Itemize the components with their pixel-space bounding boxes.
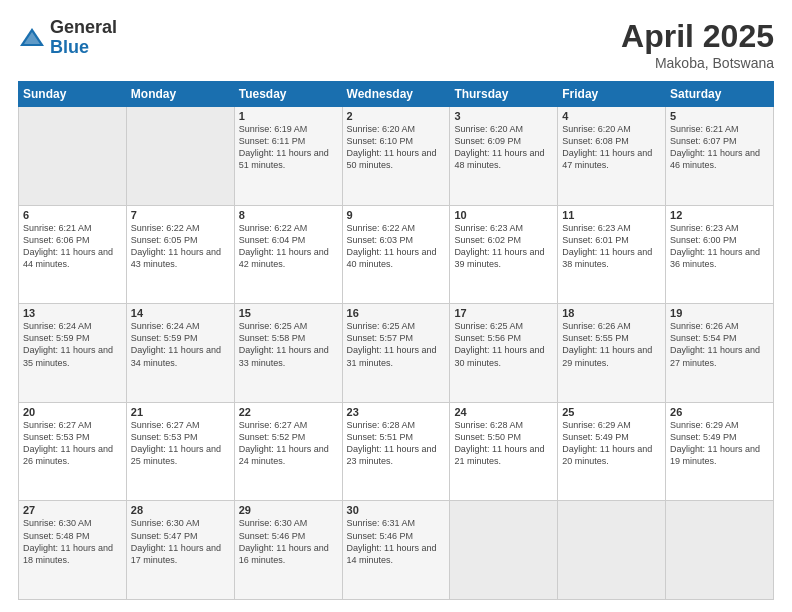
sunrise-label: Sunrise: 6:30 AM <box>23 518 92 528</box>
day-number: 24 <box>454 406 553 418</box>
sunset-label: Sunset: 6:07 PM <box>670 136 737 146</box>
table-row: 28 Sunrise: 6:30 AM Sunset: 5:47 PM Dayl… <box>126 501 234 600</box>
table-row: 14 Sunrise: 6:24 AM Sunset: 5:59 PM Dayl… <box>126 304 234 403</box>
daylight-label: Daylight: 11 hours and 14 minutes. <box>347 543 437 565</box>
sunset-label: Sunset: 5:49 PM <box>562 432 629 442</box>
sunset-label: Sunset: 5:51 PM <box>347 432 414 442</box>
sunset-label: Sunset: 5:47 PM <box>131 531 198 541</box>
table-row <box>558 501 666 600</box>
day-info: Sunrise: 6:29 AM Sunset: 5:49 PM Dayligh… <box>670 419 769 468</box>
sunset-label: Sunset: 6:04 PM <box>239 235 306 245</box>
day-info: Sunrise: 6:25 AM Sunset: 5:58 PM Dayligh… <box>239 320 338 369</box>
sunrise-label: Sunrise: 6:31 AM <box>347 518 416 528</box>
col-thursday: Thursday <box>450 82 558 107</box>
daylight-label: Daylight: 11 hours and 42 minutes. <box>239 247 329 269</box>
table-row: 25 Sunrise: 6:29 AM Sunset: 5:49 PM Dayl… <box>558 402 666 501</box>
day-number: 3 <box>454 110 553 122</box>
sunrise-label: Sunrise: 6:22 AM <box>239 223 308 233</box>
daylight-label: Daylight: 11 hours and 17 minutes. <box>131 543 221 565</box>
daylight-label: Daylight: 11 hours and 25 minutes. <box>131 444 221 466</box>
table-row: 29 Sunrise: 6:30 AM Sunset: 5:46 PM Dayl… <box>234 501 342 600</box>
sunset-label: Sunset: 6:03 PM <box>347 235 414 245</box>
calendar-header-row: Sunday Monday Tuesday Wednesday Thursday… <box>19 82 774 107</box>
daylight-label: Daylight: 11 hours and 39 minutes. <box>454 247 544 269</box>
sunset-label: Sunset: 6:06 PM <box>23 235 90 245</box>
table-row: 13 Sunrise: 6:24 AM Sunset: 5:59 PM Dayl… <box>19 304 127 403</box>
daylight-label: Daylight: 11 hours and 20 minutes. <box>562 444 652 466</box>
day-info: Sunrise: 6:21 AM Sunset: 6:07 PM Dayligh… <box>670 123 769 172</box>
table-row: 24 Sunrise: 6:28 AM Sunset: 5:50 PM Dayl… <box>450 402 558 501</box>
header: General Blue April 2025 Makoba, Botswana <box>18 18 774 71</box>
day-number: 4 <box>562 110 661 122</box>
sunset-label: Sunset: 6:01 PM <box>562 235 629 245</box>
day-info: Sunrise: 6:20 AM Sunset: 6:10 PM Dayligh… <box>347 123 446 172</box>
logo-text: General Blue <box>50 18 117 58</box>
daylight-label: Daylight: 11 hours and 27 minutes. <box>670 345 760 367</box>
daylight-label: Daylight: 11 hours and 44 minutes. <box>23 247 113 269</box>
month-title: April 2025 <box>621 18 774 55</box>
day-info: Sunrise: 6:28 AM Sunset: 5:50 PM Dayligh… <box>454 419 553 468</box>
table-row: 1 Sunrise: 6:19 AM Sunset: 6:11 PM Dayli… <box>234 107 342 206</box>
day-number: 29 <box>239 504 338 516</box>
table-row: 16 Sunrise: 6:25 AM Sunset: 5:57 PM Dayl… <box>342 304 450 403</box>
daylight-label: Daylight: 11 hours and 46 minutes. <box>670 148 760 170</box>
day-number: 5 <box>670 110 769 122</box>
sunset-label: Sunset: 5:49 PM <box>670 432 737 442</box>
page: General Blue April 2025 Makoba, Botswana… <box>0 0 792 612</box>
day-info: Sunrise: 6:21 AM Sunset: 6:06 PM Dayligh… <box>23 222 122 271</box>
daylight-label: Daylight: 11 hours and 31 minutes. <box>347 345 437 367</box>
sunset-label: Sunset: 6:02 PM <box>454 235 521 245</box>
day-number: 13 <box>23 307 122 319</box>
day-info: Sunrise: 6:23 AM Sunset: 6:02 PM Dayligh… <box>454 222 553 271</box>
day-number: 19 <box>670 307 769 319</box>
calendar-week-row: 1 Sunrise: 6:19 AM Sunset: 6:11 PM Dayli… <box>19 107 774 206</box>
col-monday: Monday <box>126 82 234 107</box>
day-info: Sunrise: 6:27 AM Sunset: 5:53 PM Dayligh… <box>131 419 230 468</box>
sunset-label: Sunset: 5:50 PM <box>454 432 521 442</box>
daylight-label: Daylight: 11 hours and 34 minutes. <box>131 345 221 367</box>
table-row: 12 Sunrise: 6:23 AM Sunset: 6:00 PM Dayl… <box>666 205 774 304</box>
sunrise-label: Sunrise: 6:27 AM <box>239 420 308 430</box>
day-info: Sunrise: 6:30 AM Sunset: 5:48 PM Dayligh… <box>23 517 122 566</box>
day-number: 17 <box>454 307 553 319</box>
sunrise-label: Sunrise: 6:19 AM <box>239 124 308 134</box>
sunrise-label: Sunrise: 6:20 AM <box>347 124 416 134</box>
day-number: 1 <box>239 110 338 122</box>
day-number: 28 <box>131 504 230 516</box>
day-number: 22 <box>239 406 338 418</box>
day-number: 18 <box>562 307 661 319</box>
table-row: 21 Sunrise: 6:27 AM Sunset: 5:53 PM Dayl… <box>126 402 234 501</box>
sunset-label: Sunset: 6:05 PM <box>131 235 198 245</box>
table-row: 26 Sunrise: 6:29 AM Sunset: 5:49 PM Dayl… <box>666 402 774 501</box>
sunrise-label: Sunrise: 6:29 AM <box>670 420 739 430</box>
sunset-label: Sunset: 5:48 PM <box>23 531 90 541</box>
day-info: Sunrise: 6:22 AM Sunset: 6:05 PM Dayligh… <box>131 222 230 271</box>
sunrise-label: Sunrise: 6:23 AM <box>454 223 523 233</box>
day-number: 10 <box>454 209 553 221</box>
daylight-label: Daylight: 11 hours and 35 minutes. <box>23 345 113 367</box>
table-row <box>126 107 234 206</box>
daylight-label: Daylight: 11 hours and 19 minutes. <box>670 444 760 466</box>
location: Makoba, Botswana <box>621 55 774 71</box>
day-info: Sunrise: 6:30 AM Sunset: 5:47 PM Dayligh… <box>131 517 230 566</box>
sunset-label: Sunset: 5:59 PM <box>131 333 198 343</box>
sunset-label: Sunset: 6:00 PM <box>670 235 737 245</box>
day-info: Sunrise: 6:27 AM Sunset: 5:52 PM Dayligh… <box>239 419 338 468</box>
table-row: 7 Sunrise: 6:22 AM Sunset: 6:05 PM Dayli… <box>126 205 234 304</box>
sunrise-label: Sunrise: 6:28 AM <box>454 420 523 430</box>
table-row: 15 Sunrise: 6:25 AM Sunset: 5:58 PM Dayl… <box>234 304 342 403</box>
daylight-label: Daylight: 11 hours and 16 minutes. <box>239 543 329 565</box>
logo-blue: Blue <box>50 38 117 58</box>
day-number: 15 <box>239 307 338 319</box>
daylight-label: Daylight: 11 hours and 48 minutes. <box>454 148 544 170</box>
sunset-label: Sunset: 6:11 PM <box>239 136 306 146</box>
sunrise-label: Sunrise: 6:27 AM <box>23 420 92 430</box>
sunset-label: Sunset: 5:56 PM <box>454 333 521 343</box>
day-number: 25 <box>562 406 661 418</box>
daylight-label: Daylight: 11 hours and 23 minutes. <box>347 444 437 466</box>
day-info: Sunrise: 6:28 AM Sunset: 5:51 PM Dayligh… <box>347 419 446 468</box>
daylight-label: Daylight: 11 hours and 36 minutes. <box>670 247 760 269</box>
daylight-label: Daylight: 11 hours and 18 minutes. <box>23 543 113 565</box>
table-row: 5 Sunrise: 6:21 AM Sunset: 6:07 PM Dayli… <box>666 107 774 206</box>
daylight-label: Daylight: 11 hours and 40 minutes. <box>347 247 437 269</box>
